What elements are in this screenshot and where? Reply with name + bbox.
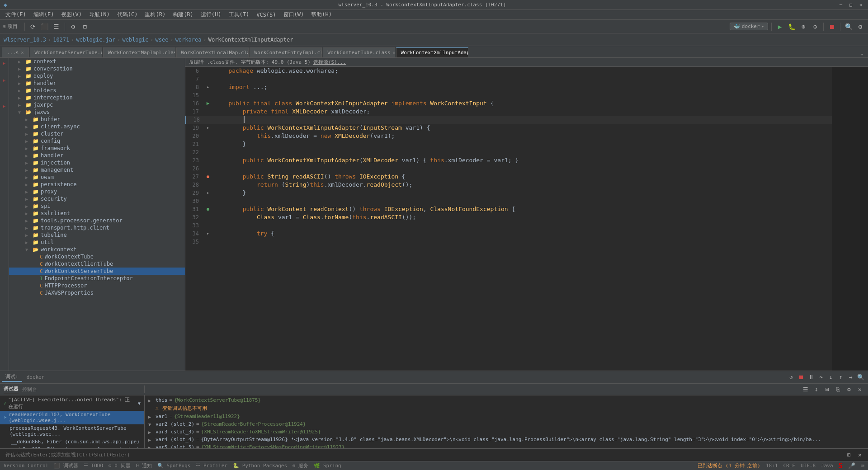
todo-btn-status[interactable]: ☰ TODO bbox=[84, 463, 103, 469]
close-button[interactable]: ✕ bbox=[857, 1, 864, 9]
tree-item-handler-jaxws[interactable]: ▶ 📁 handler bbox=[9, 152, 185, 159]
settings-button[interactable]: ⚙ bbox=[68, 22, 78, 32]
var-item-this[interactable]: ▶ this = {WorkContextServerTube@11875} bbox=[145, 396, 868, 404]
menu-help[interactable]: 帮助(H) bbox=[307, 10, 335, 19]
stop-button[interactable]: ⏹ bbox=[827, 22, 837, 32]
tab-map-impl[interactable]: WorkContextMapImpl.class × bbox=[103, 47, 175, 57]
breakpoint-31[interactable]: ● bbox=[207, 205, 209, 213]
var-item-var2[interactable]: ▼ var2 (slot_2) = {StreamReaderBufferPro… bbox=[145, 420, 868, 428]
var-item-var1[interactable]: ▶ var1 = {StreamHeader11@11922} bbox=[145, 413, 868, 420]
problems-btn-status[interactable]: ⊙ 0 问题 bbox=[108, 462, 131, 469]
tree-item-http-processor[interactable]: C HTTPProcessor bbox=[9, 282, 185, 289]
vars-filter-btn[interactable]: ☰ bbox=[801, 385, 810, 394]
line-ending[interactable]: CRLF bbox=[783, 463, 795, 469]
vars-sort-btn[interactable]: ↕ bbox=[812, 385, 821, 394]
menu-build[interactable]: 构建(B) bbox=[169, 10, 197, 19]
tree-item-interception[interactable]: ▶ 📁 interception bbox=[9, 94, 185, 101]
project-button[interactable]: ⊞ bbox=[3, 24, 6, 29]
breadcrumb-wsee[interactable]: wsee bbox=[155, 37, 168, 43]
tab-entry-impl[interactable]: WorkContextEntryImpl.class × bbox=[250, 47, 322, 57]
tab-local-map[interactable]: WorkContextLocalMap.class × bbox=[176, 47, 249, 57]
eval-expand-btn[interactable]: ⊞ bbox=[844, 451, 854, 460]
breadcrumb-port[interactable]: 10271 bbox=[53, 37, 69, 43]
menu-tools[interactable]: 工具(T) bbox=[225, 10, 253, 19]
vars-settings-btn[interactable]: ⚙ bbox=[844, 385, 854, 394]
breadcrumb-weblogic[interactable]: weblogic bbox=[122, 37, 148, 43]
keyboard-icon[interactable]: ⌨ bbox=[861, 462, 864, 469]
tree-item-buffer[interactable]: ▶ 📁 buffer bbox=[9, 116, 185, 123]
coverage-button[interactable]: ⊕ bbox=[798, 22, 808, 32]
tree-item-util[interactable]: ▶ 📁 util bbox=[9, 239, 185, 246]
tree-item-security[interactable]: ▶ 📁 security bbox=[9, 195, 185, 202]
tree-item-owsm[interactable]: ▶ 📁 owsm bbox=[9, 174, 185, 181]
tree-item-deploy[interactable]: ▶ 📁 deploy bbox=[9, 72, 185, 80]
run-button[interactable]: ▶ bbox=[775, 22, 785, 32]
tree-item-config[interactable]: ▶ 📁 config bbox=[9, 137, 185, 145]
tab-overflow-btn[interactable]: ▾ bbox=[858, 52, 866, 57]
thread-item-active[interactable]: ✓ "[ACTIVE] ExecuteThr...ooled Threads":… bbox=[0, 395, 144, 411]
tab-1[interactable]: ...s × bbox=[2, 47, 29, 57]
menu-code[interactable]: 代码(C) bbox=[113, 10, 142, 19]
tab-server-tube[interactable]: WorkContextServerTube.class × bbox=[30, 47, 102, 57]
tree-item-jaxws-properties[interactable]: C JAXWSProperties bbox=[9, 289, 185, 296]
service-btn-status[interactable]: ⊕ 服务 bbox=[292, 462, 308, 469]
tree-item-tools-processor[interactable]: ▶ 📁 tools.processor.generator bbox=[9, 217, 185, 224]
profiler-btn-status[interactable]: ☷ Profiler bbox=[196, 463, 227, 469]
tree-item-work-context-server-tube[interactable]: C WorkContextServerTube bbox=[9, 268, 185, 275]
notifications-btn-status[interactable]: 0 通知 bbox=[136, 462, 152, 469]
tree-item-framework[interactable]: ▶ 📁 framework bbox=[9, 145, 185, 152]
debug-step-out-btn[interactable]: ↑ bbox=[836, 373, 845, 382]
layout-button[interactable]: ⊟ bbox=[80, 22, 90, 32]
vars-expand-btn[interactable]: ⊞ bbox=[823, 385, 832, 394]
tree-item-management[interactable]: ▶ 📁 management bbox=[9, 166, 185, 174]
tree-item-context[interactable]: ▶ 📁 context bbox=[9, 58, 185, 65]
tree-item-proxy[interactable]: ▶ 📁 proxy bbox=[9, 188, 185, 195]
debug-btn-status[interactable]: ⬛ 调试器 bbox=[54, 462, 78, 469]
breadcrumb-workarea[interactable]: workarea bbox=[175, 37, 202, 43]
debug-stop-btn[interactable]: ⏹ bbox=[797, 373, 806, 382]
debug-evaluate-btn[interactable]: 🔍 bbox=[856, 373, 865, 382]
tree-item-sslclient[interactable]: ▶ 📁 sslclient bbox=[9, 210, 185, 217]
tree-item-persistence[interactable]: ▶ 📁 persistence bbox=[9, 181, 185, 188]
expand-all-button[interactable]: ⬛ bbox=[40, 22, 50, 32]
menu-edit[interactable]: 编辑(E) bbox=[30, 10, 58, 19]
tab-xml-adapter[interactable]: WorkContextXmlInputAdapter.class × bbox=[396, 47, 468, 57]
select-source-link[interactable]: 选择源(S)... bbox=[313, 59, 346, 66]
docker-tab[interactable]: docker bbox=[23, 373, 48, 381]
tree-item-client-async[interactable]: ▶ 📁 client.async bbox=[9, 123, 185, 130]
debug-button[interactable]: 🐛 bbox=[787, 22, 797, 32]
version-control-btn[interactable]: Version Control bbox=[4, 463, 48, 469]
debug-restart-btn[interactable]: ↺ bbox=[787, 373, 796, 382]
thread-item-dorun866[interactable]: __doRun866, Fiber (com.sun.xml.ws.api.pi… bbox=[0, 438, 144, 446]
debug-pause-btn[interactable]: ⏸ bbox=[807, 373, 816, 382]
debug-tab[interactable]: 调试: bbox=[2, 372, 22, 382]
spotbugs-btn-status[interactable]: 🔍 SpotBugs bbox=[157, 463, 191, 469]
menu-window[interactable]: 窗口(W) bbox=[280, 10, 308, 19]
menu-navigate[interactable]: 导航(N) bbox=[85, 10, 113, 19]
profile-button[interactable]: ⊙ bbox=[810, 22, 820, 32]
tree-item-conversation[interactable]: ▶ 📁 conversation bbox=[9, 65, 185, 72]
tree-item-injection[interactable]: ▶ 📁 injection bbox=[9, 159, 185, 166]
search-button[interactable]: 🔍 bbox=[844, 22, 854, 32]
tree-item-endpoint-interceptor[interactable]: I EndpointCreationInterceptor bbox=[9, 275, 185, 282]
sync-button[interactable]: ⟳ bbox=[28, 22, 38, 32]
debug-run-cursor-btn[interactable]: → bbox=[846, 373, 855, 382]
vars-close-btn[interactable]: ✕ bbox=[855, 385, 864, 394]
breadcrumb-jar[interactable]: weblogic.jar bbox=[76, 37, 116, 43]
var-item-var5[interactable]: ▶ var5 (slot_5) = {XMLStreamWriterFactor… bbox=[145, 443, 868, 448]
threads-tab-console[interactable]: 控制台 bbox=[22, 386, 37, 393]
menu-run[interactable]: 运行(U) bbox=[197, 10, 225, 19]
tab-1-close[interactable]: × bbox=[21, 50, 24, 55]
tree-item-workcontext[interactable]: ▼ 📂 workcontext bbox=[9, 246, 185, 253]
var-item-var3[interactable]: ▶ var3 (slot_3) = {XMLStreamReaderToXMLS… bbox=[145, 428, 868, 436]
tree-item-spi[interactable]: ▶ 📁 spi bbox=[9, 202, 185, 210]
var-item-var4[interactable]: ▶ var4 (slot_4) = {ByteArrayOutputStream… bbox=[145, 436, 868, 443]
encoding-status[interactable]: UTF-8 bbox=[801, 463, 816, 469]
breakpoint-27[interactable]: ● bbox=[207, 173, 209, 181]
debug-step-into-btn[interactable]: ↓ bbox=[826, 373, 835, 382]
tree-item-jaxrpc[interactable]: ▶ 📁 jaxrpc bbox=[9, 101, 185, 108]
spring-btn-status[interactable]: 🌿 Spring bbox=[314, 463, 341, 469]
file-type-status[interactable]: Java bbox=[821, 463, 833, 469]
thread-item-processrequest[interactable]: processRequest43, WorkContextServerTube … bbox=[0, 424, 144, 438]
docker-selector[interactable]: 🐳 docker ▾ bbox=[730, 23, 768, 30]
